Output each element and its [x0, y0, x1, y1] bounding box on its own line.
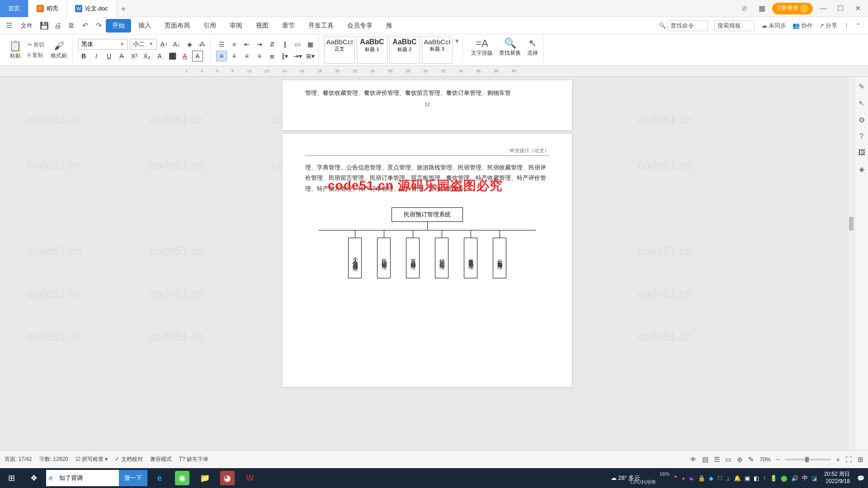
superscript-button[interactable]: X² [129, 51, 140, 61]
text-layout-button[interactable]: =A文字排版 [468, 37, 495, 64]
style-body[interactable]: AaBbCcI正文 [324, 37, 355, 64]
font-name-select[interactable]: 黑体▾ [78, 39, 128, 50]
taskbar-360-icon[interactable]: ◉ [171, 468, 193, 488]
taskbar-clock[interactable]: 20:52 周日2022/9/18 [821, 471, 854, 485]
collaborate-button[interactable]: 👥 协作 [793, 22, 813, 30]
tray-icon[interactable]: ● [682, 475, 685, 482]
indent-decrease-button[interactable]: ⇤ [241, 39, 252, 50]
font-size-select[interactable]: 小二▾ [130, 39, 157, 50]
align-right-button[interactable]: ≡ [241, 51, 252, 61]
reading-view-icon[interactable]: ▭ [725, 455, 731, 464]
maximize-button[interactable]: ☐ [834, 2, 847, 15]
cursor-icon[interactable]: ↖ [859, 99, 864, 108]
align-justify-button[interactable]: ≡ [254, 51, 265, 61]
align-left-button[interactable]: ≡ [216, 51, 227, 61]
hamburger-icon[interactable]: ☰ [3, 19, 15, 32]
pinyin-icon[interactable]: ⁂ [197, 39, 208, 50]
eye-icon[interactable]: 👁 [690, 455, 697, 463]
para-settings-button[interactable]: ⊞▾ [305, 51, 316, 61]
web-view-icon[interactable]: ⊕ [737, 455, 743, 464]
save-icon[interactable]: 💾 [38, 19, 51, 32]
zoom-out-button[interactable]: − [776, 455, 780, 463]
fullscreen-icon[interactable]: ⛶ [845, 455, 852, 463]
copilot-icon[interactable]: ❖ [23, 468, 45, 488]
new-tab-button[interactable]: ＋ [117, 0, 130, 17]
more-icon[interactable]: ⋮ [844, 22, 849, 29]
menu-vip[interactable]: 会员专享 [341, 19, 379, 33]
proofread-button[interactable]: ✓ 文档校对 [115, 455, 142, 463]
linespacing2-button[interactable]: ‖▾ [279, 51, 290, 61]
bluetooth-icon[interactable]: ᚼ [763, 475, 766, 482]
clear-format-icon[interactable]: ◈ [184, 39, 195, 50]
tab-home[interactable]: 首页 [0, 0, 28, 17]
wifi-icon[interactable]: ⟂ [726, 475, 730, 482]
search-command-input[interactable]: 🔍 查找命令 [659, 20, 708, 31]
font-color-button[interactable]: A [179, 51, 190, 61]
distribute-button[interactable]: ≣ [267, 51, 278, 61]
style-h2[interactable]: AaBbC标题 2 [389, 37, 420, 64]
reading-layout-icon[interactable]: ⎚ [738, 2, 751, 15]
search-template-input[interactable]: 搜索模板 [714, 20, 755, 31]
tab-docell[interactable]: D稻壳 [28, 0, 67, 17]
minimize-button[interactable]: — [816, 2, 830, 15]
indent-increase-button[interactable]: ⇥ [254, 39, 265, 50]
tray-icon[interactable]: 🔒 [698, 475, 705, 482]
subscript-button[interactable]: X₂ [142, 51, 152, 61]
help-icon[interactable]: ? [859, 132, 863, 141]
file-menu[interactable]: 文件 [16, 20, 37, 32]
bullets-button[interactable]: ☰ [216, 39, 227, 50]
tray-icon[interactable]: ◧ [754, 475, 759, 482]
action-center-icon[interactable]: 💬 [857, 475, 864, 482]
menu-view[interactable]: 视图 [250, 19, 275, 33]
redo-icon[interactable]: ↷ [92, 19, 105, 32]
menu-layout[interactable]: 页面布局 [158, 19, 196, 33]
highlight-button[interactable]: ⬛ [167, 51, 178, 61]
grow-font-icon[interactable]: A↑ [159, 39, 170, 50]
document-area[interactable]: code51.cn code51.cn code51.cn code51.cn … [0, 77, 854, 470]
strikethrough-button[interactable]: A̶ [116, 51, 127, 61]
settings-icon[interactable]: ⚙ [859, 116, 865, 124]
shading-button[interactable]: ▭ [292, 39, 303, 50]
spellcheck-toggle[interactable]: ☑ 拼写检查 ▾ [75, 455, 108, 463]
taskbar-search-button[interactable]: 搜一下 [119, 470, 147, 486]
start-button[interactable]: ⊞ [0, 468, 23, 488]
align-center-button[interactable]: ≡ [229, 51, 240, 61]
style-h3[interactable]: AaBbCcI标题 3 [422, 37, 453, 64]
fit-icon[interactable]: ⊞ [858, 455, 863, 464]
edit-mode-icon[interactable]: ✎ [748, 455, 754, 464]
grid-icon[interactable]: ▦ [755, 2, 769, 15]
volume-icon[interactable]: 🔊 [791, 475, 798, 482]
select-button[interactable]: ↖选择 [524, 37, 541, 64]
tabstop-button[interactable]: ⇥▾ [292, 51, 303, 61]
page-status[interactable]: 页面: 17/42 [5, 455, 32, 463]
image-icon[interactable]: 🖼 [858, 149, 865, 157]
paste-button[interactable]: 📋粘贴 [6, 39, 24, 61]
tray-icon[interactable]: ⬤ [781, 475, 788, 482]
close-button[interactable]: ✕ [851, 2, 864, 15]
ime-icon[interactable]: 中 [802, 474, 808, 482]
menu-devtools[interactable]: 开发工具 [302, 19, 340, 33]
line-spacing-button[interactable]: ‖ [279, 39, 290, 50]
login-button[interactable]: 立即登录 [772, 3, 813, 14]
word-count[interactable]: 字数: 12820 [39, 455, 68, 463]
menu-chapter[interactable]: 章节 [276, 19, 301, 33]
char-border-button[interactable]: A [192, 51, 203, 61]
zoom-slider[interactable] [785, 459, 830, 460]
taskbar-search[interactable]: e 搜一下 [46, 470, 147, 486]
zoom-value[interactable]: 70% [760, 456, 770, 463]
taskbar-ie-icon[interactable]: e [148, 468, 171, 488]
chevron-up-icon[interactable]: ⌃ [856, 22, 861, 29]
undo-icon[interactable]: ↶ [79, 19, 91, 32]
scroll-thumb[interactable] [849, 217, 854, 230]
menu-review[interactable]: 审阅 [223, 19, 249, 33]
menu-more[interactable]: 推 [380, 19, 399, 33]
page-view-icon[interactable]: ▤ [702, 455, 708, 464]
taskbar-explorer-icon[interactable]: 📁 [193, 468, 216, 488]
taskbar-wps-icon[interactable]: W [239, 468, 261, 488]
outline-view-icon[interactable]: ☰ [714, 455, 720, 464]
tray-icon[interactable]: ☯ [689, 475, 694, 482]
styles-expand-button[interactable]: ▾ [454, 37, 460, 64]
zoom-in-button[interactable]: + [836, 455, 840, 463]
tray-icon[interactable]: ⌃ [673, 475, 678, 482]
format-painter-button[interactable]: 🖌格式刷 [48, 39, 70, 61]
